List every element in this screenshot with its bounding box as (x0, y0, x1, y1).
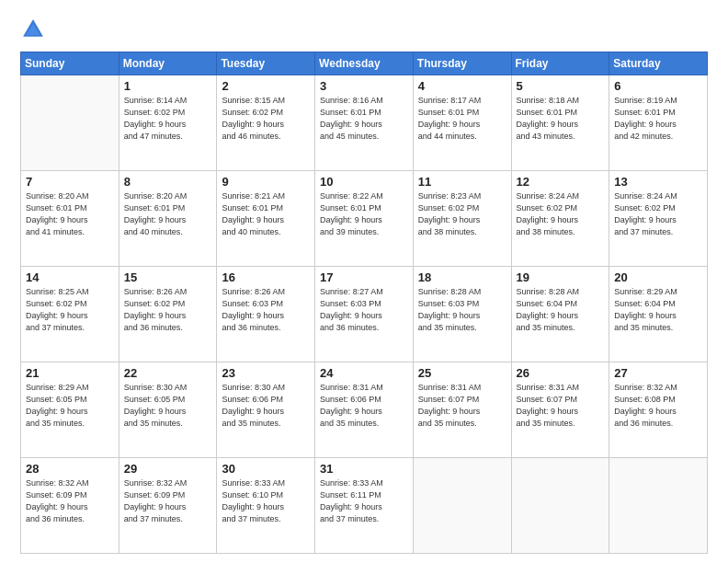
day-number: 30 (222, 462, 310, 476)
calendar-cell: 30Sunrise: 8:33 AMSunset: 6:10 PMDayligh… (217, 458, 315, 554)
calendar-cell: 14Sunrise: 8:25 AMSunset: 6:02 PMDayligh… (21, 267, 119, 362)
day-number: 22 (124, 366, 212, 380)
day-number: 29 (124, 462, 212, 476)
day-number: 24 (320, 366, 408, 380)
day-number: 3 (320, 79, 408, 93)
cell-info: Sunrise: 8:18 AMSunset: 6:01 PMDaylight:… (517, 95, 605, 143)
calendar-cell: 12Sunrise: 8:24 AMSunset: 6:02 PMDayligh… (511, 171, 609, 267)
weekday-header-friday: Friday (511, 52, 609, 75)
day-number: 7 (26, 175, 114, 189)
calendar-cell: 7Sunrise: 8:20 AMSunset: 6:01 PMDaylight… (21, 171, 119, 267)
day-number: 27 (614, 366, 702, 380)
logo-icon (20, 17, 46, 42)
cell-info: Sunrise: 8:28 AMSunset: 6:04 PMDaylight:… (517, 286, 605, 334)
calendar-cell: 4Sunrise: 8:17 AMSunset: 6:01 PMDaylight… (413, 75, 511, 171)
cell-info: Sunrise: 8:19 AMSunset: 6:01 PMDaylight:… (614, 95, 702, 143)
cell-info: Sunrise: 8:30 AMSunset: 6:06 PMDaylight:… (222, 382, 310, 430)
cell-info: Sunrise: 8:15 AMSunset: 6:02 PMDaylight:… (222, 95, 310, 143)
cell-info: Sunrise: 8:24 AMSunset: 6:02 PMDaylight:… (517, 190, 605, 238)
cell-info: Sunrise: 8:28 AMSunset: 6:03 PMDaylight:… (418, 286, 506, 334)
calendar-cell: 3Sunrise: 8:16 AMSunset: 6:01 PMDaylight… (315, 75, 414, 171)
cell-info: Sunrise: 8:25 AMSunset: 6:02 PMDaylight:… (26, 286, 114, 334)
cell-info: Sunrise: 8:31 AMSunset: 6:07 PMDaylight:… (418, 382, 506, 430)
calendar-table: SundayMondayTuesdayWednesdayThursdayFrid… (20, 52, 708, 554)
cell-info: Sunrise: 8:33 AMSunset: 6:11 PMDaylight:… (320, 477, 408, 525)
calendar-cell: 9Sunrise: 8:21 AMSunset: 6:01 PMDaylight… (217, 171, 315, 267)
cell-info: Sunrise: 8:20 AMSunset: 6:01 PMDaylight:… (26, 190, 114, 238)
weekday-header-saturday: Saturday (609, 52, 708, 75)
weekday-header-monday: Monday (119, 52, 217, 75)
calendar-cell (609, 458, 708, 554)
day-number: 20 (614, 270, 702, 284)
day-number: 11 (418, 175, 506, 189)
weekday-header-wednesday: Wednesday (315, 52, 414, 75)
day-number: 10 (320, 175, 408, 189)
day-number: 14 (26, 270, 114, 284)
calendar-cell: 21Sunrise: 8:29 AMSunset: 6:05 PMDayligh… (21, 362, 119, 458)
cell-info: Sunrise: 8:33 AMSunset: 6:10 PMDaylight:… (222, 477, 310, 525)
day-number: 17 (320, 270, 408, 284)
calendar-cell: 22Sunrise: 8:30 AMSunset: 6:05 PMDayligh… (119, 362, 217, 458)
weekday-header-row: SundayMondayTuesdayWednesdayThursdayFrid… (21, 52, 708, 75)
header (20, 17, 708, 42)
weekday-header-tuesday: Tuesday (217, 52, 315, 75)
logo (20, 17, 50, 42)
calendar-cell (21, 75, 119, 171)
week-row-1: 1Sunrise: 8:14 AMSunset: 6:02 PMDaylight… (21, 75, 708, 171)
day-number: 25 (418, 366, 506, 380)
calendar-cell: 17Sunrise: 8:27 AMSunset: 6:03 PMDayligh… (315, 267, 414, 362)
calendar-cell: 5Sunrise: 8:18 AMSunset: 6:01 PMDaylight… (511, 75, 609, 171)
calendar-cell: 24Sunrise: 8:31 AMSunset: 6:06 PMDayligh… (315, 362, 414, 458)
calendar-cell: 16Sunrise: 8:26 AMSunset: 6:03 PMDayligh… (217, 267, 315, 362)
day-number: 5 (517, 79, 605, 93)
cell-info: Sunrise: 8:31 AMSunset: 6:06 PMDaylight:… (320, 382, 408, 430)
cell-info: Sunrise: 8:24 AMSunset: 6:02 PMDaylight:… (614, 190, 702, 238)
calendar-cell: 25Sunrise: 8:31 AMSunset: 6:07 PMDayligh… (413, 362, 511, 458)
calendar-cell: 23Sunrise: 8:30 AMSunset: 6:06 PMDayligh… (217, 362, 315, 458)
week-row-4: 21Sunrise: 8:29 AMSunset: 6:05 PMDayligh… (21, 362, 708, 458)
calendar-cell: 13Sunrise: 8:24 AMSunset: 6:02 PMDayligh… (609, 171, 708, 267)
day-number: 12 (517, 175, 605, 189)
weekday-header-sunday: Sunday (21, 52, 119, 75)
calendar-cell: 19Sunrise: 8:28 AMSunset: 6:04 PMDayligh… (511, 267, 609, 362)
day-number: 6 (614, 79, 702, 93)
cell-info: Sunrise: 8:29 AMSunset: 6:04 PMDaylight:… (614, 286, 702, 334)
day-number: 18 (418, 270, 506, 284)
day-number: 4 (418, 79, 506, 93)
cell-info: Sunrise: 8:32 AMSunset: 6:08 PMDaylight:… (614, 382, 702, 430)
week-row-3: 14Sunrise: 8:25 AMSunset: 6:02 PMDayligh… (21, 267, 708, 362)
cell-info: Sunrise: 8:16 AMSunset: 6:01 PMDaylight:… (320, 95, 408, 143)
calendar-cell: 15Sunrise: 8:26 AMSunset: 6:02 PMDayligh… (119, 267, 217, 362)
cell-info: Sunrise: 8:26 AMSunset: 6:03 PMDaylight:… (222, 286, 310, 334)
calendar-cell: 29Sunrise: 8:32 AMSunset: 6:09 PMDayligh… (119, 458, 217, 554)
calendar-cell: 18Sunrise: 8:28 AMSunset: 6:03 PMDayligh… (413, 267, 511, 362)
cell-info: Sunrise: 8:20 AMSunset: 6:01 PMDaylight:… (124, 190, 212, 238)
weekday-header-thursday: Thursday (413, 52, 511, 75)
cell-info: Sunrise: 8:31 AMSunset: 6:07 PMDaylight:… (517, 382, 605, 430)
calendar-cell: 27Sunrise: 8:32 AMSunset: 6:08 PMDayligh… (609, 362, 708, 458)
cell-info: Sunrise: 8:27 AMSunset: 6:03 PMDaylight:… (320, 286, 408, 334)
page: SundayMondayTuesdayWednesdayThursdayFrid… (0, 0, 728, 563)
day-number: 19 (517, 270, 605, 284)
day-number: 15 (124, 270, 212, 284)
day-number: 1 (124, 79, 212, 93)
cell-info: Sunrise: 8:22 AMSunset: 6:01 PMDaylight:… (320, 190, 408, 238)
cell-info: Sunrise: 8:21 AMSunset: 6:01 PMDaylight:… (222, 190, 310, 238)
cell-info: Sunrise: 8:26 AMSunset: 6:02 PMDaylight:… (124, 286, 212, 334)
cell-info: Sunrise: 8:30 AMSunset: 6:05 PMDaylight:… (124, 382, 212, 430)
cell-info: Sunrise: 8:14 AMSunset: 6:02 PMDaylight:… (124, 95, 212, 143)
week-row-5: 28Sunrise: 8:32 AMSunset: 6:09 PMDayligh… (21, 458, 708, 554)
day-number: 13 (614, 175, 702, 189)
cell-info: Sunrise: 8:17 AMSunset: 6:01 PMDaylight:… (418, 95, 506, 143)
day-number: 31 (320, 462, 408, 476)
calendar-cell: 20Sunrise: 8:29 AMSunset: 6:04 PMDayligh… (609, 267, 708, 362)
calendar-cell (511, 458, 609, 554)
cell-info: Sunrise: 8:23 AMSunset: 6:02 PMDaylight:… (418, 190, 506, 238)
cell-info: Sunrise: 8:29 AMSunset: 6:05 PMDaylight:… (26, 382, 114, 430)
calendar-cell: 10Sunrise: 8:22 AMSunset: 6:01 PMDayligh… (315, 171, 414, 267)
day-number: 26 (517, 366, 605, 380)
calendar-cell: 8Sunrise: 8:20 AMSunset: 6:01 PMDaylight… (119, 171, 217, 267)
calendar-cell: 26Sunrise: 8:31 AMSunset: 6:07 PMDayligh… (511, 362, 609, 458)
cell-info: Sunrise: 8:32 AMSunset: 6:09 PMDaylight:… (26, 477, 114, 525)
calendar-cell (413, 458, 511, 554)
